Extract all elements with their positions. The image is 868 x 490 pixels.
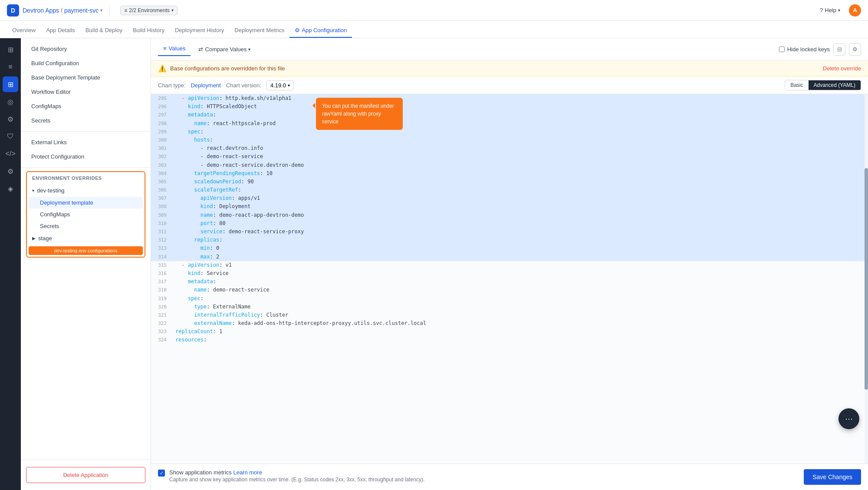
line-content: name: demo-react-app-devtron-demo [172, 211, 868, 219]
metrics-text: Show application metrics Learn more Capt… [169, 469, 424, 483]
learn-more-link[interactable]: Learn more [233, 469, 262, 476]
sidebar-icon-grid[interactable]: ⊞ [3, 76, 18, 92]
line-content: metadata: [172, 278, 868, 286]
chart-version-value: 4.19.0 [270, 82, 286, 89]
chart-version-selector[interactable]: 4.19.0 ▾ [266, 80, 294, 90]
line-content: replicas: [172, 236, 868, 244]
compare-values-tab[interactable]: ⇄ Compare Values ▾ [194, 43, 255, 55]
sidebar-icon-dashboard[interactable]: ⊞ [3, 42, 18, 57]
nav-overview[interactable]: Overview [7, 23, 41, 38]
env-selector[interactable]: ≡ 2/2 Environments ▾ [120, 6, 177, 15]
delete-application-button[interactable]: Delete Application [26, 467, 145, 483]
sidebar-icon-shield[interactable]: 🛡 [3, 129, 18, 144]
top-nav: D Devtron Apps / payment-svc ▾ ≡ 2/2 Env… [0, 0, 868, 21]
env-tree-stage[interactable]: ▶ stage [27, 232, 145, 245]
line-content: - apiVersion: v1 [172, 261, 868, 269]
scrollbar-track[interactable] [865, 94, 868, 464]
env-overrides-header: ENVIRONMENT OVERRIDES [27, 172, 145, 184]
nav-deployment-history[interactable]: Deployment History [170, 23, 229, 38]
chevron-down-icon[interactable]: ▾ [100, 8, 102, 13]
view-basic-button[interactable]: Basic [785, 80, 808, 90]
line-number: 314 [151, 253, 172, 261]
sidebar-icon-cog[interactable]: ⚙ [3, 163, 18, 179]
line-number: 315 [151, 261, 172, 269]
env-tree-child-configmaps[interactable]: ConfigMaps [27, 209, 145, 220]
split-view-button[interactable]: ⊟ [833, 43, 845, 56]
sidebar-divider-1 [21, 131, 151, 132]
sidebar-icon-code[interactable]: </> [3, 146, 18, 162]
sidebar-item-configmaps[interactable]: ConfigMaps [21, 99, 151, 113]
banner-text: Base configurations are overridden for t… [170, 65, 819, 72]
line-number: 319 [151, 295, 172, 303]
line-number: 299 [151, 128, 172, 136]
env-tree-chevron-right-icon: ▶ [32, 236, 36, 241]
hide-locked-keys-label[interactable]: Hide locked keys [779, 46, 830, 53]
code-line: 304 targetPendingRequests: 10 [151, 169, 868, 178]
chart-version-label: Chart version: [226, 82, 261, 89]
avatar[interactable]: A [849, 4, 861, 17]
sidebar-item-build-configuration[interactable]: Build Configuration [21, 56, 151, 70]
nav-build-history[interactable]: Build History [128, 23, 170, 38]
app-name[interactable]: Devtron Apps [23, 7, 59, 14]
line-content: hosts: [172, 136, 868, 144]
code-line: 296 kind: HTTPScaledObject [151, 103, 868, 111]
values-tab[interactable]: ≡ Values [158, 43, 191, 56]
code-line: 302 - demo-react-service [151, 152, 868, 161]
code-line: 324resources: [151, 336, 868, 344]
code-tooltip: You can put the manifest under rawYaml a… [316, 98, 403, 130]
line-number: 305 [151, 178, 172, 186]
env-tree-child-deployment-template[interactable]: Deployment template [29, 197, 143, 209]
sidebar-divider-2 [21, 167, 151, 168]
sidebar-icon-layers[interactable]: ◈ [3, 181, 18, 196]
line-content: kind: Deployment [172, 202, 868, 211]
nav-app-details[interactable]: App Details [41, 23, 80, 38]
sidebar-item-secrets[interactable]: Secrets [21, 113, 151, 128]
metrics-checkbox[interactable]: ✓ [158, 470, 165, 477]
line-content: kind: Service [172, 269, 868, 278]
sidebar-bottom: Delete Application [21, 460, 151, 490]
settings-icon-btn[interactable]: ⚙ [849, 43, 861, 56]
scrollbar-thumb[interactable] [865, 168, 868, 390]
nav-deployment-metrics[interactable]: Deployment Metrics [229, 23, 289, 38]
code-line: 306 scaleTargetRef: [151, 186, 868, 194]
sidebar-item-external-links[interactable]: External Links [21, 135, 151, 149]
nav-build-deploy[interactable]: Build & Deploy [80, 23, 128, 38]
code-line: 311 service: demo-react-service-proxy [151, 228, 868, 236]
code-area[interactable]: You can put the manifest under rawYaml a… [151, 94, 868, 464]
sidebar-icon-settings[interactable]: ⚙ [3, 111, 18, 127]
sidebar-item-git-repository[interactable]: Git Repository [21, 42, 151, 56]
help-button[interactable]: ? Help ▾ [820, 7, 840, 13]
code-line: 301 - react.devtron.info [151, 144, 868, 152]
line-number: 301 [151, 144, 172, 152]
floating-action-button[interactable]: ⋯ [838, 408, 859, 429]
line-number: 300 [151, 136, 172, 144]
line-content: - apiVersion: http.keda.sh/v1alpha1 [172, 94, 868, 103]
env-tree-dev-testing[interactable]: ▾ dev-testing [27, 184, 145, 197]
line-content: scaledownPeriod: 90 [172, 178, 868, 186]
gear-nav-icon: ⚙ [295, 27, 300, 33]
chart-type-label: Chart type: [158, 82, 186, 89]
code-line: 321 internalTrafficPolicy: Cluster [151, 311, 868, 319]
save-changes-button[interactable]: Save Changes [804, 469, 861, 485]
sidebar-item-base-deployment-template[interactable]: Base Deployment Template [21, 70, 151, 85]
view-advanced-button[interactable]: Advanced (YAML) [809, 80, 861, 90]
env-overrides-tooltip: dev-testing env configurations [29, 246, 143, 255]
line-content: spec: [172, 295, 868, 303]
sidebar-icon-circle[interactable]: ◎ [3, 94, 18, 109]
sidebar-item-protect-configuration[interactable]: Protect Configuration [21, 149, 151, 164]
sidebar-icon-apps[interactable]: ≡ [3, 59, 18, 75]
metrics-checkbox-area: ✓ Show application metrics Learn more Ca… [158, 469, 799, 483]
content-area: ≡ Values ⇄ Compare Values ▾ Hide locked … [151, 38, 868, 490]
chart-config-bar: Chart type: Deployment Chart version: 4.… [151, 76, 868, 94]
line-content: spec: [172, 128, 868, 136]
env-tree-chevron-down-icon: ▾ [32, 188, 34, 193]
code-line: 313 min: 0 [151, 244, 868, 252]
help-label: Help [825, 7, 836, 13]
sidebar-item-workflow-editor[interactable]: Workflow Editor [21, 85, 151, 99]
line-number: 298 [151, 119, 172, 128]
delete-override-button[interactable]: Delete override [823, 65, 861, 72]
env-tree-child-secrets[interactable]: Secrets [27, 220, 145, 232]
line-number: 296 [151, 103, 172, 111]
hide-locked-keys-checkbox[interactable] [779, 46, 785, 52]
nav-app-configuration[interactable]: ⚙ App Configuration [289, 23, 352, 38]
